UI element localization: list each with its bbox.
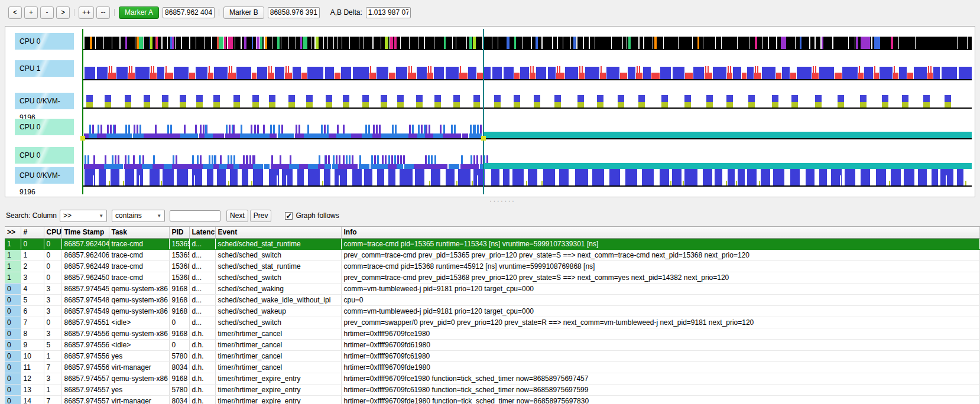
- table-row[interactable]: 05386857.974548qemu-system-x869168d...sc…: [5, 294, 980, 305]
- lane-label[interactable]: CPU 0/KVM-9196: [15, 93, 74, 109]
- table-row[interactable]: 09586857.974556<idle>0d.h.timer/hrtimer_…: [5, 339, 980, 350]
- toolbar-separator: [114, 9, 115, 16]
- toolbar-separator: [74, 9, 74, 16]
- search-label: Search: Column: [6, 211, 57, 220]
- column-header[interactable]: Info: [341, 227, 980, 238]
- column-header[interactable]: >>: [5, 227, 21, 238]
- table-row[interactable]: 11086857.962406trace-cmd15365d...sched/s…: [5, 249, 980, 260]
- marker-b-value-input[interactable]: [268, 7, 320, 18]
- delta-value-input[interactable]: [366, 7, 411, 18]
- search-match-select[interactable]: contains ▼: [112, 210, 165, 222]
- scroll-right-button[interactable]: >: [56, 6, 70, 19]
- table-row[interactable]: 011786857.974556virt-manager8034d.h.time…: [5, 361, 980, 373]
- table-row[interactable]: 012386857.974557qemu-system-x869168d.h.t…: [5, 373, 980, 384]
- lane-label[interactable]: CPU 0: [15, 33, 74, 50]
- table-row[interactable]: 07086857.974551<idle>0d...sched/sched_sw…: [5, 317, 980, 328]
- event-table-body: 10086857.962404trace-cmd15365d...sched/s…: [5, 238, 980, 404]
- table-row[interactable]: 08386857.974556qemu-system-x869168d.h.ti…: [5, 328, 980, 339]
- search-match-value: contains: [115, 211, 142, 220]
- column-header[interactable]: #: [21, 227, 44, 238]
- column-header[interactable]: Latency: [189, 227, 215, 238]
- search-column-select[interactable]: >> ▼: [60, 210, 107, 222]
- search-prev-button[interactable]: Prev: [250, 210, 272, 222]
- zoom-in-button[interactable]: +: [24, 6, 38, 19]
- column-header[interactable]: Task: [109, 227, 169, 238]
- table-row[interactable]: 014786857.974557virt-manager8034d.h.time…: [5, 395, 980, 404]
- lane-label[interactable]: CPU 0: [15, 119, 74, 135]
- graph-follows-label: Graph follows: [296, 211, 339, 220]
- lane-label[interactable]: CPU 1: [15, 60, 74, 77]
- graph-panel: CPU 0CPU 1CPU 0/KVM-9196CPU 0CPU 0CPU 0/…: [5, 26, 975, 197]
- table-row[interactable]: 06386857.974549qemu-system-x869168d...sc…: [5, 305, 980, 317]
- toolbar: < + - > ++ -- Marker A Marker B A,B Delt…: [0, 0, 980, 25]
- event-table-header-row: >>#CPUTime StampTaskPIDLatencyEventInfo: [5, 227, 980, 238]
- scroll-left-button[interactable]: <: [8, 6, 22, 19]
- graph-follows-checkbox[interactable]: [285, 212, 293, 220]
- table-row[interactable]: 010186857.974556yes5780d.h.timer/hrtimer…: [5, 350, 980, 361]
- kernelshark-window: { "toolbar": { "nav_buttons": ["<", "+",…: [0, 0, 980, 404]
- search-bar: Search: Column >> ▼ contains ▼ Next Prev…: [6, 208, 339, 223]
- table-row[interactable]: 12086857.962449trace-cmd15368d...sched/s…: [5, 260, 980, 272]
- delta-label: A,B Delta:: [330, 8, 362, 17]
- table-row[interactable]: 10086857.962404trace-cmd15365d...sched/s…: [5, 238, 980, 249]
- search-next-button[interactable]: Next: [226, 210, 248, 222]
- table-row[interactable]: 013186857.974557yes5780d.h.timer/hrtimer…: [5, 384, 980, 395]
- search-input[interactable]: [170, 210, 220, 221]
- column-header[interactable]: CPU: [44, 227, 61, 238]
- chevron-down-icon: ▼: [99, 213, 103, 219]
- zoom-out-fast-button[interactable]: --: [96, 6, 110, 19]
- toolbar-separator: [219, 9, 219, 16]
- table-row[interactable]: 13086857.962450trace-cmd15368d...sched/s…: [5, 272, 980, 283]
- zoom-out-button[interactable]: -: [40, 6, 54, 19]
- event-table-container: >>#CPUTime StampTaskPIDLatencyEventInfo …: [5, 226, 980, 404]
- zoom-in-fast-button[interactable]: ++: [79, 6, 94, 19]
- column-header[interactable]: Time Stamp: [61, 227, 109, 238]
- marker-a-value-input[interactable]: [163, 7, 215, 18]
- marker-b-button[interactable]: Marker B: [223, 6, 264, 19]
- search-column-value: >>: [63, 211, 72, 220]
- lane-label[interactable]: CPU 0/KVM-9196: [15, 167, 74, 184]
- timeline-canvas[interactable]: [5, 27, 973, 196]
- chevron-down-icon: ▼: [157, 213, 161, 219]
- event-table: >>#CPUTime StampTaskPIDLatencyEventInfo …: [5, 227, 980, 404]
- lane-label[interactable]: CPU 0: [15, 147, 74, 164]
- column-header[interactable]: Event: [215, 227, 341, 238]
- column-header[interactable]: PID: [169, 227, 189, 238]
- table-row[interactable]: 04386857.974545qemu-system-x869168d...sc…: [5, 283, 980, 294]
- marker-a-button[interactable]: Marker A: [119, 6, 159, 19]
- splitter-handle[interactable]: ·······: [485, 197, 520, 204]
